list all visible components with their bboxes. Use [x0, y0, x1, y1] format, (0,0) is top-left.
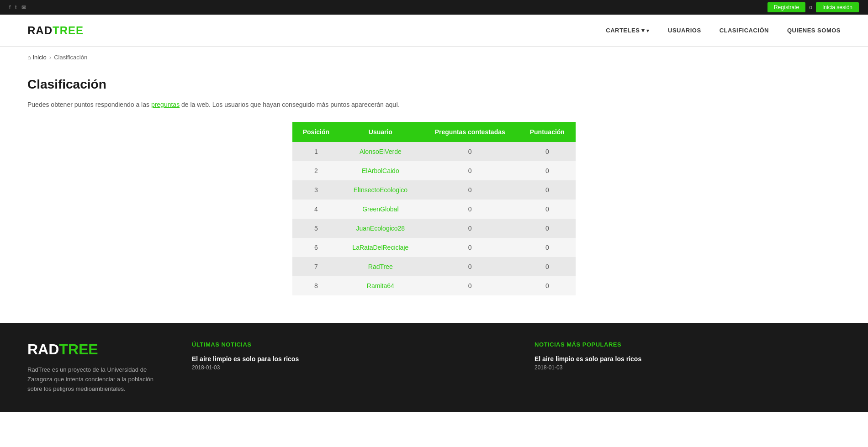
table-row: 3ElInsectoEcologico00 — [292, 180, 576, 200]
cell-score: 0 — [519, 180, 576, 200]
logo[interactable]: RADTREE — [27, 24, 84, 37]
cell-username[interactable]: ElInsectoEcologico — [340, 180, 421, 200]
cell-answered: 0 — [421, 276, 519, 295]
footer-logo-rad: RAD — [27, 341, 59, 358]
footer: RADTREE RadTree es un proyecto de la Uni… — [0, 323, 868, 412]
table-header-row: Posición Usuario Preguntas contestadas P… — [292, 122, 576, 142]
cell-score: 0 — [519, 257, 576, 276]
breadcrumb-home[interactable]: ⌂ Inicio — [27, 54, 47, 61]
footer-logo-tree: TREE — [59, 341, 98, 358]
nav-quienes-somos[interactable]: QUIENES SOMOS — [787, 27, 841, 34]
cell-score: 0 — [519, 142, 576, 161]
cell-username[interactable]: LaRataDelReciclaje — [340, 238, 421, 257]
social-links: f t ✉ — [9, 4, 26, 11]
page-title: Clasificación — [27, 77, 841, 92]
cell-position: 8 — [292, 276, 340, 295]
cell-answered: 0 — [421, 142, 519, 161]
latest-news-title: ÚLTIMAS NOTICIAS — [192, 341, 498, 348]
cell-username[interactable]: JuanEcologico28 — [340, 219, 421, 238]
table-row: 4GreenGlobal00 — [292, 200, 576, 219]
footer-popular-news: NOTICIAS MÁS POPULARES El aire limpio es… — [535, 341, 841, 371]
description-before: Puedes obtener puntos respondiendo a las — [27, 101, 151, 108]
breadcrumb: ⌂ Inicio › Clasificación — [0, 47, 868, 68]
cell-answered: 0 — [421, 161, 519, 180]
footer-latest-news: ÚLTIMAS NOTICIAS El aire limpio es solo … — [192, 341, 498, 371]
popular-news-date-1: 2018-01-03 — [535, 364, 841, 371]
cell-position: 5 — [292, 219, 340, 238]
main-nav: CARTELES ▾ USUARIOS CLASIFICACIÓN QUIENE… — [606, 27, 841, 34]
cell-answered: 0 — [421, 238, 519, 257]
register-button[interactable]: Regístrate — [767, 2, 805, 12]
header: RADTREE CARTELES ▾ USUARIOS CLASIFICACIÓ… — [0, 15, 868, 47]
login-button[interactable]: Inicia sesión — [816, 2, 859, 12]
popular-news-item-1: El aire limpio es solo para los ricos 20… — [535, 355, 841, 371]
cell-position: 3 — [292, 180, 340, 200]
top-bar: f t ✉ Regístrate o Inicia sesión — [0, 0, 868, 15]
col-position: Posición — [292, 122, 340, 142]
cell-username[interactable]: ElArbolCaido — [340, 161, 421, 180]
table-row: 7RadTree00 — [292, 257, 576, 276]
table-row: 2ElArbolCaido00 — [292, 161, 576, 180]
cell-score: 0 — [519, 219, 576, 238]
description-link[interactable]: preguntas — [151, 101, 180, 108]
latest-news-item-1: El aire limpio es solo para los ricos 20… — [192, 355, 498, 371]
footer-logo[interactable]: RADTREE — [27, 341, 155, 358]
footer-logo-section: RADTREE RadTree es un proyecto de la Uni… — [27, 341, 155, 394]
cell-username[interactable]: RadTree — [340, 257, 421, 276]
cell-score: 0 — [519, 238, 576, 257]
popular-news-title-1[interactable]: El aire limpio es solo para los ricos — [535, 355, 841, 363]
description-after: de la web. Los usuarios que hayan conseg… — [180, 101, 400, 108]
logo-rad: RAD — [27, 24, 53, 37]
logo-tree: TREE — [53, 24, 84, 37]
breadcrumb-current: Clasificación — [54, 54, 87, 61]
cell-answered: 0 — [421, 219, 519, 238]
nav-carteles[interactable]: CARTELES ▾ — [606, 27, 650, 34]
cell-username[interactable]: GreenGlobal — [340, 200, 421, 219]
latest-news-date-1: 2018-01-03 — [192, 364, 498, 371]
main-content: Clasificación Puedes obtener puntos resp… — [0, 68, 868, 323]
cell-score: 0 — [519, 276, 576, 295]
breadcrumb-separator: › — [49, 54, 51, 61]
cell-position: 1 — [292, 142, 340, 161]
facebook-icon[interactable]: f — [9, 4, 11, 11]
table-row: 8Ramita6400 — [292, 276, 576, 295]
cell-position: 7 — [292, 257, 340, 276]
cell-position: 6 — [292, 238, 340, 257]
ranking-table: Posición Usuario Preguntas contestadas P… — [292, 122, 576, 295]
col-puntuacion: Puntuación — [519, 122, 576, 142]
nav-clasificacion[interactable]: CLASIFICACIÓN — [720, 27, 769, 34]
latest-news-title-1[interactable]: El aire limpio es solo para los ricos — [192, 355, 498, 363]
email-icon[interactable]: ✉ — [21, 4, 26, 11]
table-row: 6LaRataDelReciclaje00 — [292, 238, 576, 257]
table-row: 5JuanEcologico2800 — [292, 219, 576, 238]
cell-score: 0 — [519, 200, 576, 219]
cell-answered: 0 — [421, 180, 519, 200]
popular-news-title: NOTICIAS MÁS POPULARES — [535, 341, 841, 348]
auth-buttons: Regístrate o Inicia sesión — [767, 2, 859, 12]
cell-position: 2 — [292, 161, 340, 180]
col-preguntas: Preguntas contestadas — [421, 122, 519, 142]
cell-username[interactable]: Ramita64 — [340, 276, 421, 295]
ranking-table-wrapper: Posición Usuario Preguntas contestadas P… — [292, 122, 576, 295]
twitter-icon[interactable]: t — [15, 4, 16, 11]
footer-description: RadTree es un proyecto de la Universidad… — [27, 365, 155, 394]
cell-username[interactable]: AlonsoElVerde — [340, 142, 421, 161]
cell-position: 4 — [292, 200, 340, 219]
table-row: 1AlonsoElVerde00 — [292, 142, 576, 161]
cell-score: 0 — [519, 161, 576, 180]
cell-answered: 0 — [421, 257, 519, 276]
nav-usuarios[interactable]: USUARIOS — [668, 27, 701, 34]
cell-answered: 0 — [421, 200, 519, 219]
or-label: o — [809, 4, 812, 11]
col-usuario: Usuario — [340, 122, 421, 142]
description: Puedes obtener puntos respondiendo a las… — [27, 101, 841, 108]
